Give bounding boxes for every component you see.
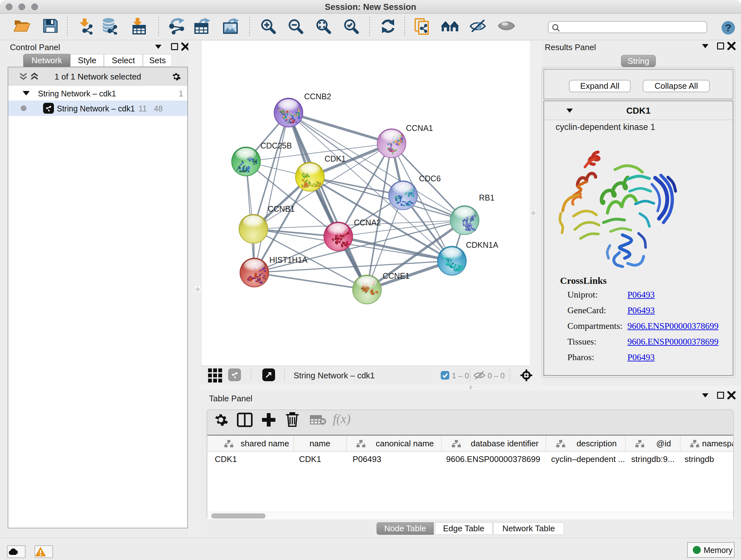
svg-text:?: ? <box>725 22 731 34</box>
